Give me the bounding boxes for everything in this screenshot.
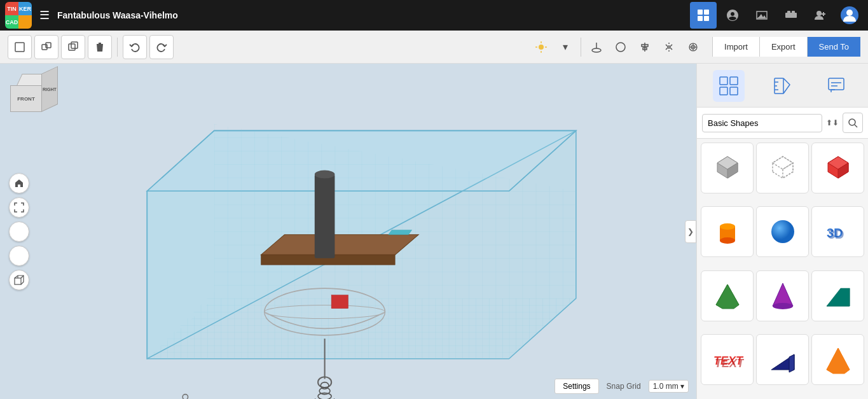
export-button[interactable]: Export	[760, 37, 808, 57]
topbar-right	[690, 2, 863, 29]
mirror-tool[interactable]	[658, 36, 680, 59]
status-bar: Settings Snap Grid 1.0 mm ▾	[547, 374, 696, 399]
svg-rect-57	[720, 87, 727, 95]
shape-item-sphere[interactable]	[756, 206, 809, 257]
import-button[interactable]: Import	[713, 37, 760, 57]
redo-button[interactable]	[149, 35, 174, 59]
shape-item-ramp-blue[interactable]	[756, 334, 809, 385]
shape-item-text-red[interactable]: TEXT TEXT	[701, 334, 754, 385]
align-tool[interactable]	[633, 36, 656, 59]
shape-item-cylinder[interactable]	[701, 206, 754, 257]
svg-rect-14	[71, 42, 78, 48]
shape-item-wedge-teal[interactable]	[811, 270, 864, 321]
panel-tabs	[697, 64, 868, 108]
search-shapes-button[interactable]	[843, 113, 863, 133]
svg-rect-63	[829, 78, 844, 90]
svg-rect-13	[69, 44, 75, 50]
shape-tool-1[interactable]	[585, 36, 608, 59]
svg-marker-43	[389, 230, 412, 234]
shape-selector-row: Basic Shapes ⬆⬇	[697, 108, 868, 139]
svg-marker-71	[773, 157, 793, 178]
svg-rect-11	[42, 45, 47, 50]
shape-item-text-3d[interactable]: 3D 3D	[811, 206, 864, 257]
tab-comment[interactable]	[820, 70, 852, 102]
shape-tool-2[interactable]	[609, 36, 632, 59]
svg-rect-22	[616, 43, 625, 52]
svg-rect-12	[46, 43, 51, 48]
svg-point-78	[720, 223, 735, 230]
shape-item-red-box[interactable]	[811, 143, 864, 193]
svg-rect-4	[785, 13, 797, 18]
svg-line-67	[855, 125, 857, 127]
svg-point-7	[816, 11, 822, 16]
shapes-grid: 3D 3D	[697, 139, 868, 399]
svg-marker-73	[783, 163, 793, 178]
svg-rect-46	[331, 295, 348, 309]
svg-rect-58	[730, 87, 738, 95]
svg-rect-3	[704, 16, 709, 21]
workplane-button[interactable]	[530, 36, 553, 59]
delete-button[interactable]	[88, 35, 112, 59]
logo: TIN KER CAD	[5, 2, 32, 29]
grid-view-button[interactable]	[690, 2, 717, 29]
svg-marker-92	[789, 354, 794, 372]
svg-rect-0	[698, 10, 703, 15]
logo-br	[18, 15, 32, 29]
svg-rect-2	[698, 16, 703, 21]
svg-marker-85	[773, 283, 793, 306]
new-button[interactable]	[8, 35, 32, 59]
logo-tr: KER	[18, 2, 32, 15]
snap-grid-label: Snap Grid	[607, 382, 641, 391]
shape-item-box[interactable]	[701, 143, 754, 193]
logo-bl: CAD	[5, 15, 18, 29]
undo-button[interactable]	[123, 35, 147, 59]
panel-collapse-button[interactable]: ❯	[685, 220, 696, 243]
add-user-button[interactable]	[807, 2, 834, 29]
shape-item-cone-purple[interactable]	[756, 270, 809, 321]
send-to-button[interactable]: Send To	[808, 37, 860, 57]
svg-point-42	[315, 171, 335, 179]
toolbar: ▾ Import Export Send To	[0, 31, 868, 64]
viewport[interactable]: FRONT RIGHT	[0, 64, 696, 399]
hamburger-button[interactable]: ☰	[39, 8, 50, 22]
grid-tool[interactable]	[682, 36, 705, 59]
toolbar-right-tools: ▾	[530, 36, 705, 59]
svg-rect-55	[720, 77, 727, 85]
svg-marker-72	[773, 157, 793, 169]
svg-rect-1	[704, 10, 709, 15]
toolbar-separator-1	[117, 38, 118, 57]
shape-item-hole-box[interactable]	[756, 143, 809, 193]
tab-shapes[interactable]	[713, 70, 745, 102]
svg-rect-5	[787, 11, 790, 13]
svg-point-86	[773, 303, 793, 309]
action-buttons: Import Export Send To	[712, 37, 860, 57]
svg-text:TEXT: TEXT	[715, 357, 744, 370]
duplicate-button[interactable]	[61, 35, 85, 59]
community-button[interactable]	[719, 2, 746, 29]
snap-grid-select[interactable]: 1.0 mm ▾	[649, 380, 689, 393]
settings-button[interactable]: Settings	[555, 379, 598, 394]
profile-button[interactable]	[836, 2, 863, 29]
workplane-dropdown[interactable]: ▾	[554, 36, 577, 59]
logo-tl: TIN	[5, 2, 18, 15]
svg-point-45	[265, 305, 385, 318]
shape-item-roof-yellow[interactable]	[811, 334, 864, 385]
svg-point-9	[846, 10, 853, 16]
svg-point-79	[720, 237, 735, 244]
3d-scene	[0, 64, 696, 399]
project-title: Fantabulous Waasa-Vihelmo	[57, 10, 685, 20]
shape-item-pyramid-green[interactable]	[701, 270, 754, 321]
svg-rect-6	[792, 11, 795, 13]
blocks-button[interactable]	[778, 2, 804, 29]
tab-ruler[interactable]	[766, 70, 798, 102]
group-button[interactable]	[34, 35, 59, 59]
svg-marker-84	[716, 284, 739, 309]
svg-point-20	[592, 48, 601, 52]
svg-rect-56	[730, 77, 738, 85]
gallery-button[interactable]	[748, 2, 775, 29]
svg-point-54	[183, 395, 188, 399]
select-arrow-icon: ⬆⬇	[826, 118, 839, 127]
svg-rect-10	[15, 43, 24, 52]
shape-category-select[interactable]: Basic Shapes	[702, 114, 822, 132]
main-area: FRONT RIGHT	[0, 64, 868, 399]
